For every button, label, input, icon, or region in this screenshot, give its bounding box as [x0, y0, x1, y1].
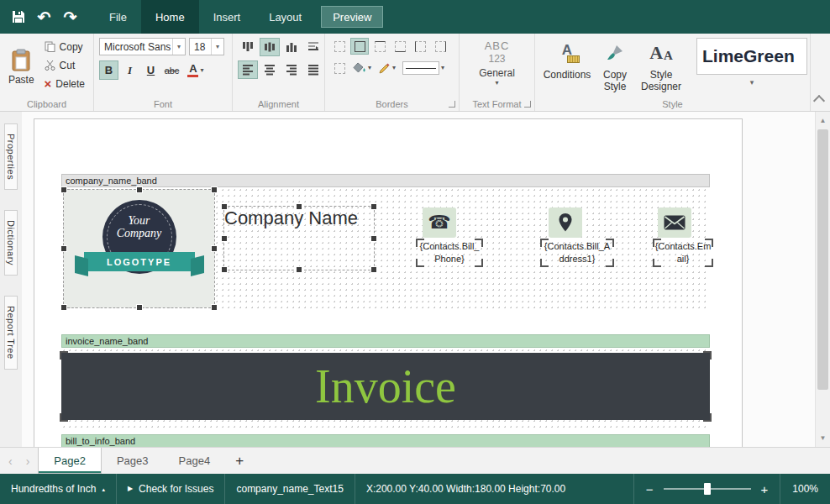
border-color-button[interactable]: ▾: [376, 59, 398, 77]
zoom-slider[interactable]: [664, 482, 751, 496]
selection-handle[interactable]: [60, 304, 67, 311]
border-bottom-button[interactable]: [391, 38, 409, 55]
scroll-up-icon[interactable]: ▲: [816, 113, 830, 128]
selection-handle[interactable]: [136, 304, 143, 311]
copy-button[interactable]: Copy: [41, 38, 88, 55]
cut-button[interactable]: Cut: [41, 56, 88, 74]
font-family-select[interactable]: Microsoft Sans ▾: [99, 38, 186, 55]
zoom-in-button[interactable]: +: [759, 482, 770, 496]
page-tab-page3[interactable]: Page3: [102, 448, 164, 474]
delete-button[interactable]: × Delete: [41, 75, 88, 92]
selection-handle[interactable]: [60, 186, 67, 193]
scrollbar-thumb[interactable]: [817, 129, 828, 390]
border-none-button[interactable]: [330, 38, 349, 55]
phone-icon-element[interactable]: ☎: [423, 207, 456, 238]
align-middle-button[interactable]: [260, 38, 280, 56]
bold-button[interactable]: B: [99, 60, 118, 80]
sidebar-tab-dictionary[interactable]: Dictionary: [4, 210, 18, 276]
selection-handle[interactable]: [296, 203, 302, 210]
email-field-element[interactable]: {Contacts.Email}: [654, 240, 712, 265]
pages-scroll-left-icon[interactable]: ‹: [8, 454, 13, 468]
save-icon[interactable]: [7, 6, 29, 29]
selection-handle[interactable]: [211, 186, 218, 193]
border-left-button[interactable]: [411, 38, 429, 55]
style-gallery[interactable]: LimeGreen ▾: [696, 38, 807, 87]
conditions-button[interactable]: A Conditions: [542, 38, 592, 97]
strikethrough-button[interactable]: abc: [162, 60, 181, 80]
style-gallery-box[interactable]: LimeGreen: [696, 38, 807, 75]
align-top-button[interactable]: [238, 38, 258, 56]
dialog-launcher-icon[interactable]: [524, 101, 531, 108]
selection-handle[interactable]: [221, 266, 228, 273]
border-top-icon: [375, 41, 386, 52]
paste-button[interactable]: Paste: [5, 38, 38, 97]
page-tab-page4[interactable]: Page4: [164, 448, 226, 474]
selection-handle[interactable]: [60, 245, 67, 252]
copy-style-button[interactable]: Copy Style: [597, 38, 633, 97]
align-bottom-button[interactable]: [281, 38, 302, 56]
add-page-button[interactable]: +: [225, 448, 254, 474]
chevron-down-icon[interactable]: ▾: [750, 78, 754, 87]
address-icon-element[interactable]: [549, 207, 582, 238]
band-header-invoice[interactable]: invoice_name_band: [61, 334, 710, 348]
align-left-button[interactable]: [238, 60, 258, 79]
border-style-select[interactable]: ▾: [400, 59, 447, 77]
selection-handle[interactable]: [370, 235, 377, 242]
pages-scroll-right-icon[interactable]: ›: [26, 454, 30, 468]
italic-button[interactable]: I: [120, 60, 139, 80]
border-clear-icon: [334, 63, 345, 74]
border-right-icon: [435, 41, 446, 52]
tab-preview[interactable]: Preview: [321, 6, 383, 28]
border-top-button[interactable]: [370, 38, 389, 55]
email-icon-element[interactable]: [658, 207, 691, 238]
company-name-text-element[interactable]: Company Name: [223, 206, 375, 270]
phone-field-element[interactable]: {Contacts.Bill_Phone}: [418, 240, 481, 265]
units-dropdown[interactable]: Hundredths of Inch ▴: [0, 474, 117, 504]
text-format-button[interactable]: ABC 123 General ▾: [465, 38, 529, 97]
border-left-icon: [415, 41, 426, 52]
dialog-launcher-icon[interactable]: [449, 101, 455, 108]
align-right-button[interactable]: [281, 60, 302, 79]
font-color-button[interactable]: A ▾: [183, 60, 208, 80]
band-header-bill-to[interactable]: bill_to_info_band: [61, 434, 710, 447]
band-header-company[interactable]: company_name_band: [61, 174, 710, 187]
align-justify-button[interactable]: [303, 60, 323, 79]
tab-file[interactable]: File: [95, 0, 141, 34]
selection-handle[interactable]: [370, 203, 377, 210]
report-page[interactable]: company_name_band Your Company LOGOTYPE: [34, 118, 743, 447]
selection-handle[interactable]: [221, 235, 228, 242]
selection-handle[interactable]: [211, 245, 218, 252]
scroll-down-icon[interactable]: ▼: [816, 431, 830, 445]
undo-icon[interactable]: ↶: [33, 6, 55, 29]
tab-home[interactable]: Home: [141, 0, 199, 34]
border-clear-button[interactable]: [330, 60, 349, 76]
sidebar-tab-properties[interactable]: Properties: [4, 123, 18, 190]
font-size-select[interactable]: 18 ▾: [189, 38, 224, 55]
selection-handle[interactable]: [370, 266, 377, 273]
underline-button[interactable]: U: [141, 60, 160, 80]
selection-handle[interactable]: [136, 186, 143, 193]
selection-handle[interactable]: [221, 203, 228, 210]
address-field-element[interactable]: {Contacts.Bill_Address1}: [542, 240, 612, 265]
logo-image-element[interactable]: Your Company LOGOTYPE: [63, 189, 215, 308]
fill-color-button[interactable]: ▾: [350, 59, 374, 77]
selection-handle[interactable]: [296, 266, 302, 273]
zoom-out-button[interactable]: −: [644, 482, 655, 496]
word-wrap-button[interactable]: [303, 38, 323, 56]
border-right-button[interactable]: [431, 38, 449, 55]
sidebar-tab-report-tree[interactable]: Report Tree: [4, 296, 18, 370]
border-all-button[interactable]: [350, 38, 369, 55]
redo-icon[interactable]: ↷: [59, 6, 81, 29]
page-tab-page2[interactable]: Page2: [38, 448, 102, 474]
selection-handle[interactable]: [211, 304, 218, 311]
tab-insert[interactable]: Insert: [199, 0, 255, 34]
invoice-title-element[interactable]: Invoice: [61, 353, 710, 420]
style-designer-button[interactable]: AA Style Designer: [638, 38, 685, 97]
corner-mark: [416, 239, 424, 247]
check-for-issues-button[interactable]: ▶ Check for Issues: [117, 474, 226, 504]
collapse-ribbon-icon[interactable]: [813, 95, 825, 107]
selected-component-dropdown[interactable]: company_name_Text15: [225, 474, 355, 504]
align-center-button[interactable]: [260, 60, 280, 79]
zoom-slider-thumb[interactable]: [704, 483, 711, 495]
tab-layout[interactable]: Layout: [255, 0, 316, 34]
